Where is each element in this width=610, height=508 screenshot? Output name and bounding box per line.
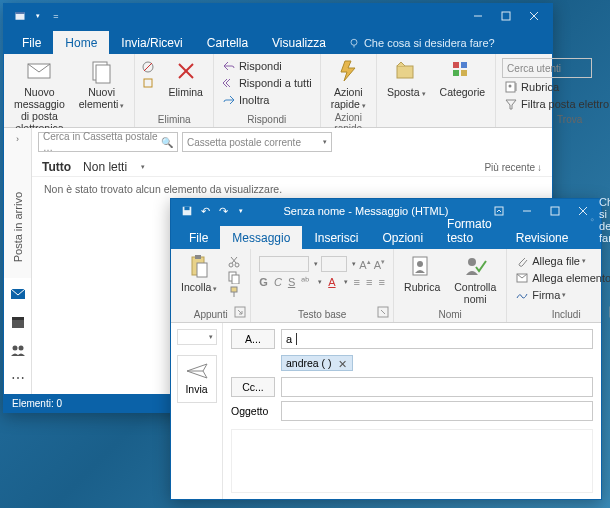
tab-file[interactable]: File [177, 226, 220, 249]
envelope-icon [26, 58, 52, 84]
svg-rect-1 [16, 12, 25, 14]
svg-rect-40 [195, 255, 201, 259]
paste-button[interactable]: Incolla▾ [177, 251, 221, 295]
tab-message[interactable]: Messaggio [220, 226, 302, 249]
dialog-launcher-icon[interactable] [234, 306, 246, 318]
account-selector[interactable]: ▾ [177, 329, 217, 345]
svg-rect-17 [397, 66, 413, 78]
move-icon [393, 58, 419, 84]
replyall-icon [222, 76, 236, 90]
ribbon-collapse-button[interactable] [485, 199, 513, 223]
svg-line-12 [144, 63, 152, 71]
paperclip-icon [515, 254, 529, 268]
svg-point-43 [235, 263, 239, 267]
replyall-button[interactable]: Rispondi a tutti [220, 75, 314, 91]
svg-point-30 [18, 346, 23, 351]
check-names-button[interactable]: Controlla nomi [450, 251, 500, 307]
quick-icon [335, 58, 361, 84]
tab-review[interactable]: Revisione [504, 226, 581, 249]
filter-all[interactable]: Tutto [42, 160, 71, 174]
search-icon[interactable]: 🔍 [161, 137, 173, 148]
svg-rect-32 [184, 207, 189, 210]
svg-point-6 [351, 39, 357, 45]
nav-calendar-icon[interactable] [10, 314, 26, 330]
maximize-button[interactable] [541, 199, 569, 223]
minimize-button[interactable] [513, 199, 541, 223]
cc-input[interactable] [281, 377, 593, 397]
save-icon[interactable] [181, 205, 193, 217]
check-names-icon [462, 253, 488, 279]
to-button[interactable]: A... [231, 329, 275, 349]
message-body[interactable] [231, 429, 593, 493]
maximize-button[interactable] [492, 4, 520, 28]
copy-icon[interactable] [227, 270, 241, 284]
addressbook-button[interactable]: Rubrica [502, 79, 610, 95]
search-scope-dropdown[interactable]: Cassetta postale corrente▾ [182, 132, 332, 152]
move-button[interactable]: Sposta▾ [383, 56, 430, 100]
undo-icon[interactable]: ↶ [199, 205, 211, 217]
send-column: ▾ Invia [171, 323, 223, 499]
search-mailbox-input[interactable]: Cerca in Cassetta postale …🔍 [38, 132, 178, 152]
nav-more-icon[interactable]: ⋯ [10, 370, 26, 386]
reply-icon [222, 59, 236, 73]
quick-actions-button[interactable]: Azioni rapide▾ [327, 56, 370, 112]
group-find-label: Trova [502, 114, 610, 127]
svg-line-45 [231, 257, 236, 263]
font-row[interactable]: ▾ ▾ A▴ A▾ [257, 255, 387, 273]
addressbook-button[interactable]: Rubrica [400, 251, 444, 295]
close-button[interactable] [520, 4, 548, 28]
to-suggestions: andrea ( ) ✕ [281, 353, 593, 373]
qat-chevron-icon[interactable]: ▾ [235, 205, 247, 217]
signature-icon [515, 288, 529, 302]
titlebar[interactable]: ▾ = [4, 4, 552, 28]
attach-file-button[interactable]: Allega file▾ [513, 253, 610, 269]
send-button[interactable]: Invia [177, 355, 217, 403]
reply-button[interactable]: Rispondi [220, 58, 314, 74]
close-button[interactable] [569, 199, 597, 223]
nav-mail-icon[interactable] [10, 286, 26, 302]
qat-chevron-icon[interactable]: ▾ [32, 10, 44, 22]
recipient-chip[interactable]: andrea ( ) ✕ [281, 355, 353, 371]
forward-button[interactable]: Inoltra [220, 92, 314, 108]
group-respond-label: Rispondi [220, 114, 314, 127]
tab-options[interactable]: Opzioni [370, 226, 435, 249]
dialog-launcher-icon[interactable] [377, 306, 389, 318]
tellme-box[interactable]: Che cosa si desidera fare? [338, 32, 505, 54]
to-input[interactable]: a [281, 329, 593, 349]
group-delete-label: Elimina [141, 114, 206, 127]
inbox-vertical-label[interactable]: Posta in arrivo [12, 192, 24, 262]
signature-button[interactable]: Firma▾ [513, 287, 610, 303]
tab-view[interactable]: Visualizza [260, 31, 338, 54]
formatpainter-icon[interactable] [227, 285, 241, 299]
search-people-box[interactable]: Cerca utenti [502, 58, 592, 78]
remove-chip-icon[interactable]: ✕ [338, 358, 348, 368]
categories-button[interactable]: Categorie [436, 56, 490, 100]
tab-sendrecv[interactable]: Invia/Ricevi [109, 31, 194, 54]
new-message-button[interactable]: Nuovo messaggio di posta elettronica [10, 56, 69, 136]
expand-chevron-icon[interactable]: › [16, 134, 19, 144]
delete-button[interactable]: Elimina [164, 56, 206, 100]
cut-icon[interactable] [227, 255, 241, 269]
nav-people-icon[interactable] [10, 342, 26, 358]
ignore-icon[interactable] [141, 60, 155, 74]
svg-rect-28 [12, 317, 24, 320]
compose-titlebar[interactable]: ↶ ↷ ▾ Senza nome - Messaggio (HTML) [171, 199, 601, 223]
redo-icon[interactable]: ↷ [217, 205, 229, 217]
tab-folder[interactable]: Cartella [195, 31, 260, 54]
tab-insert[interactable]: Inserisci [302, 226, 370, 249]
minimize-button[interactable] [464, 4, 492, 28]
status-count: Elementi: 0 [12, 398, 62, 409]
new-items-button[interactable]: Nuovi elementi▾ [75, 56, 129, 112]
compose-window: ↶ ↷ ▾ Senza nome - Messaggio (HTML) File… [170, 198, 602, 500]
subject-input[interactable] [281, 401, 593, 421]
tab-home[interactable]: Home [53, 31, 109, 54]
sort-recent[interactable]: Più recente ↓ [484, 162, 542, 173]
filter-mail-button[interactable]: Filtra posta elettronica▾ [502, 96, 610, 112]
junk-icon[interactable] [141, 75, 155, 89]
group-include-label: Includi [513, 309, 610, 322]
tab-file[interactable]: File [10, 31, 53, 54]
attach-item-button[interactable]: Allega elemento▾ [513, 270, 610, 286]
format-row[interactable]: G C S ᵃᵇ▾ A▾ ≡ ≡ ≡ [257, 274, 387, 289]
cc-button[interactable]: Cc... [231, 377, 275, 397]
filter-unread[interactable]: Non letti [83, 160, 127, 174]
